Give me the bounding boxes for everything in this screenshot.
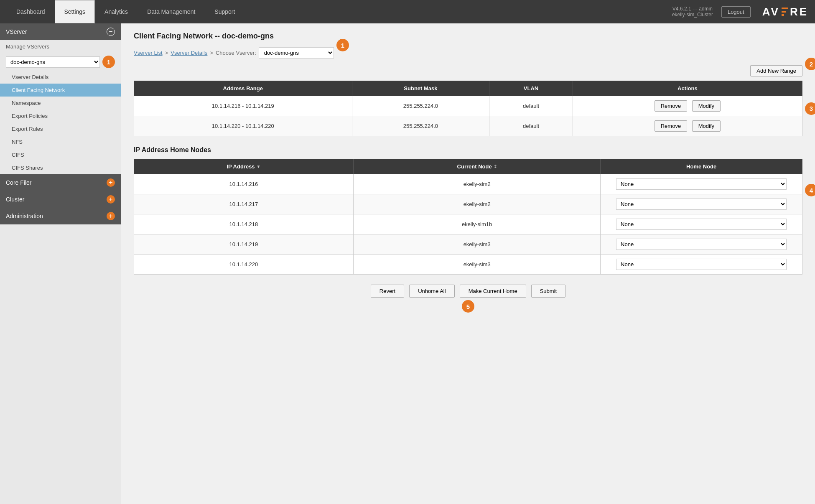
core-filer-expand-icon[interactable]: + bbox=[107, 178, 115, 187]
th-subnet-mask: Subnet Mask bbox=[352, 81, 489, 96]
th-ip-address: IP Address ▼ bbox=[134, 159, 354, 174]
cell-home-node: None bbox=[601, 234, 802, 255]
topbar: Dashboard Settings Analytics Data Manage… bbox=[0, 0, 815, 23]
cell-address-range: 10.1.14.220 - 10.1.14.220 bbox=[134, 116, 352, 136]
sidebar-manage-vservers[interactable]: Manage VServers bbox=[0, 40, 121, 53]
callout-5: 5 bbox=[462, 300, 474, 313]
cell-ip: 10.1.14.220 bbox=[134, 255, 354, 275]
tab-data-management[interactable]: Data Management bbox=[138, 0, 205, 23]
home-node-select-0[interactable]: None bbox=[616, 178, 787, 190]
main-content: Client Facing Network -- doc-demo-gns Vs… bbox=[121, 23, 815, 504]
add-new-range-button[interactable]: Add New Range bbox=[750, 65, 802, 76]
brand-logo: AV RE bbox=[762, 5, 808, 18]
th-address-range: Address Range bbox=[134, 81, 352, 96]
unhome-all-button[interactable]: Unhome All bbox=[409, 285, 454, 298]
cell-actions: Remove Modify bbox=[573, 116, 802, 136]
logout-button[interactable]: Logout bbox=[721, 6, 751, 18]
breadcrumb: Vserver List > Vserver Details > Choose … bbox=[134, 47, 802, 59]
submit-button[interactable]: Submit bbox=[531, 285, 565, 298]
remove-button-0[interactable]: Remove bbox=[655, 100, 687, 112]
cell-vlan: default bbox=[489, 96, 573, 116]
vserver-choose-select[interactable]: doc-demo-gns bbox=[259, 47, 334, 59]
nav-tabs: Dashboard Settings Analytics Data Manage… bbox=[7, 0, 244, 23]
page-title: Client Facing Network -- doc-demo-gns bbox=[134, 32, 802, 41]
sidebar-item-cifs[interactable]: CIFS bbox=[0, 148, 121, 161]
cell-current-node: ekelly-sim2 bbox=[353, 174, 600, 194]
home-node-select-4[interactable]: None bbox=[616, 259, 787, 270]
cluster-expand-icon[interactable]: + bbox=[107, 195, 115, 204]
cell-current-node: ekelly-sim3 bbox=[353, 234, 600, 255]
address-table-row: 10.1.14.220 - 10.1.14.220 255.255.224.0 … bbox=[134, 116, 802, 136]
sidebar-item-export-policies[interactable]: Export Policies bbox=[0, 109, 121, 122]
sidebar-section-administration[interactable]: Administration + bbox=[0, 208, 121, 224]
current-node-sort-icon[interactable]: ⇕ bbox=[494, 164, 497, 169]
address-range-table: Address Range Subnet Mask VLAN Actions 1… bbox=[134, 81, 802, 136]
vserver-select[interactable]: doc-demo-gns bbox=[6, 56, 100, 68]
home-node-select-1[interactable]: None bbox=[616, 199, 787, 210]
make-current-home-button[interactable]: Make Current Home bbox=[460, 285, 526, 298]
sidebar-item-client-facing-network[interactable]: Client Facing Network bbox=[0, 84, 121, 97]
th-actions: Actions bbox=[573, 81, 802, 96]
callout-2: 2 bbox=[805, 58, 815, 70]
cell-home-node: None bbox=[601, 194, 802, 214]
th-vlan: VLAN bbox=[489, 81, 573, 96]
sidebar-section-cluster[interactable]: Cluster + bbox=[0, 191, 121, 208]
cell-address-range: 10.1.14.216 - 10.1.14.219 bbox=[134, 96, 352, 116]
tab-support[interactable]: Support bbox=[205, 0, 244, 23]
callout-3: 3 bbox=[805, 102, 815, 115]
cell-vlan: default bbox=[489, 116, 573, 136]
ip-home-node-row: 10.1.14.218 ekelly-sim1b None bbox=[134, 214, 802, 234]
th-current-node: Current Node ⇕ bbox=[353, 159, 600, 174]
modify-button-0[interactable]: Modify bbox=[692, 100, 721, 112]
sidebar-item-nfs[interactable]: NFS bbox=[0, 135, 121, 148]
sidebar-item-namespace[interactable]: Namespace bbox=[0, 97, 121, 109]
sidebar-item-vserver-details[interactable]: Vserver Details bbox=[0, 71, 121, 84]
address-table-row: 10.1.14.216 - 10.1.14.219 255.255.224.0 … bbox=[134, 96, 802, 116]
cell-home-node: None bbox=[601, 255, 802, 275]
logo-bar-icon bbox=[782, 8, 788, 16]
ip-home-node-row: 10.1.14.217 ekelly-sim2 None bbox=[134, 194, 802, 214]
cell-home-node: None bbox=[601, 214, 802, 234]
th-home-node: Home Node bbox=[601, 159, 802, 174]
topbar-info: V4.6.2.1 --- admin ekelly-sim_Cluster bbox=[672, 6, 713, 18]
tab-analytics[interactable]: Analytics bbox=[95, 0, 138, 23]
cell-ip: 10.1.14.218 bbox=[134, 214, 354, 234]
cell-subnet-mask: 255.255.224.0 bbox=[352, 96, 489, 116]
vserver-dropdown-row: doc-demo-gns 1 bbox=[0, 53, 121, 71]
cell-ip: 10.1.14.219 bbox=[134, 234, 354, 255]
ip-home-node-row: 10.1.14.220 ekelly-sim3 None bbox=[134, 255, 802, 275]
callout-1b: 1 bbox=[336, 39, 349, 51]
ip-home-nodes-table: IP Address ▼ Current Node ⇕ Home Node bbox=[134, 159, 802, 275]
sidebar-item-export-rules[interactable]: Export Rules bbox=[0, 122, 121, 135]
add-range-row: Add New Range 2 bbox=[134, 65, 802, 76]
breadcrumb-vserver-list[interactable]: Vserver List bbox=[134, 50, 163, 56]
cell-ip: 10.1.14.217 bbox=[134, 194, 354, 214]
cell-current-node: ekelly-sim3 bbox=[353, 255, 600, 275]
breadcrumb-vserver-details[interactable]: Vserver Details bbox=[171, 50, 207, 56]
callout-4: 4 bbox=[805, 184, 815, 196]
administration-expand-icon[interactable]: + bbox=[107, 212, 115, 220]
tab-dashboard[interactable]: Dashboard bbox=[7, 0, 55, 23]
sidebar-item-cifs-shares[interactable]: CIFS Shares bbox=[0, 161, 121, 174]
ip-home-nodes-title: IP Address Home Nodes bbox=[134, 146, 802, 154]
callout-1: 1 bbox=[102, 56, 115, 68]
home-node-select-3[interactable]: None bbox=[616, 239, 787, 250]
cell-home-node: None bbox=[601, 174, 802, 194]
home-node-select-2[interactable]: None bbox=[616, 219, 787, 230]
sidebar-section-vserver[interactable]: VServer − bbox=[0, 23, 121, 40]
cell-current-node: ekelly-sim1b bbox=[353, 214, 600, 234]
bottom-buttons-row: Revert Unhome All Make Current Home Subm… bbox=[134, 285, 802, 298]
cell-subnet-mask: 255.255.224.0 bbox=[352, 116, 489, 136]
vserver-collapse-icon[interactable]: − bbox=[107, 28, 115, 36]
breadcrumb-choose-label: Choose Vserver: bbox=[216, 50, 256, 56]
cell-current-node: ekelly-sim2 bbox=[353, 194, 600, 214]
ip-sort-icon[interactable]: ▼ bbox=[257, 164, 261, 169]
ip-home-node-row: 10.1.14.216 ekelly-sim2 None bbox=[134, 174, 802, 194]
modify-button-1[interactable]: Modify bbox=[692, 120, 721, 132]
cell-actions: Remove Modify bbox=[573, 96, 802, 116]
sidebar-section-core-filer[interactable]: Core Filer + bbox=[0, 174, 121, 191]
tab-settings[interactable]: Settings bbox=[55, 0, 95, 23]
sidebar: VServer − Manage VServers doc-demo-gns 1… bbox=[0, 23, 121, 504]
remove-button-1[interactable]: Remove bbox=[655, 120, 687, 132]
revert-button[interactable]: Revert bbox=[371, 285, 404, 298]
